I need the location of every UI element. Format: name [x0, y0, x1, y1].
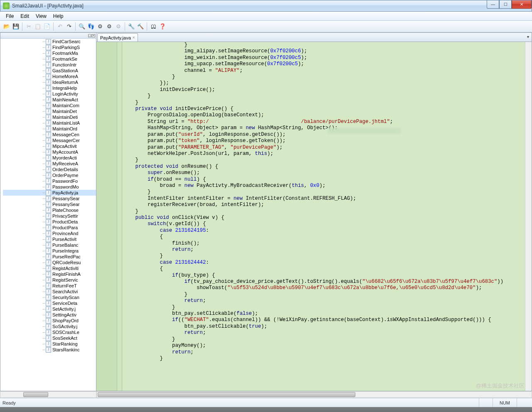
toolbar-btn-19[interactable]: 🕮 [149, 22, 158, 31]
toolbar-btn-4[interactable]: 📋 [34, 22, 42, 31]
tree-item[interactable]: IntegralHelp [3, 85, 96, 91]
tree-item-label: PurseActivit [52, 236, 76, 242]
tree-item[interactable]: IdeaReturnA [3, 79, 96, 85]
toolbar-btn-0[interactable]: 📂 [2, 22, 11, 31]
tree-item[interactable]: PayActivty.ja [3, 190, 96, 196]
menu-file[interactable]: File [2, 13, 17, 19]
tree-item-label: ProvinceAnd [52, 231, 78, 236]
tree-item[interactable]: RegistServic [3, 277, 96, 283]
tab-payactivty[interactable]: PayActivty.java × [97, 33, 138, 42]
tree-item[interactable]: ProductDeta [3, 219, 96, 225]
java-file-icon [46, 202, 51, 207]
code-editor[interactable]: } img_alipay.setImageResource(0x7f0200c6… [96, 42, 532, 391]
tree-item[interactable]: StarRanking [3, 341, 96, 347]
tree-item[interactable]: MessagerCer [3, 137, 96, 143]
tree-item[interactable]: PasswordFo [3, 178, 96, 184]
tree-item[interactable]: MyorderActi [3, 155, 96, 161]
pane-dock-icon[interactable]: ▭ [88, 34, 91, 37]
tree-item[interactable]: LoginActivity [3, 91, 96, 97]
tree-item[interactable]: SetActivity.j [3, 306, 96, 312]
toolbar-btn-20[interactable]: ❓ [158, 22, 167, 31]
menu-edit[interactable]: Edit [17, 13, 32, 19]
tree-item[interactable]: MaintainListA [3, 120, 96, 126]
tree-item[interactable]: PurseActivit [3, 236, 96, 242]
tree-item[interactable]: MaintainOrd [3, 126, 96, 132]
tree-item[interactable]: PlateChoose [3, 207, 96, 213]
code-content[interactable]: } img_alipay.setImageResource(0x7f0200c6… [121, 42, 532, 391]
maximize-button[interactable]: ☐ [499, 0, 512, 9]
tree-item[interactable]: OrderDetails [3, 167, 96, 172]
tree-item[interactable]: RegistActiviti [3, 265, 96, 271]
file-tree[interactable]: FindCarSearcFindParkingSFootmarkMaFootma… [0, 39, 96, 391]
tree-item[interactable]: MyAccountA [3, 149, 96, 155]
toolbar-btn-12[interactable]: ⚙ [96, 22, 104, 31]
menu-view[interactable]: View [32, 13, 50, 19]
tree-item[interactable]: FootmarkSe [3, 56, 96, 62]
java-file-icon [46, 144, 51, 149]
tree-item[interactable]: OrderPayme [3, 172, 96, 178]
tree-item[interactable]: ProvinceAnd [3, 231, 96, 236]
tree-item[interactable]: PurseRedPac [3, 254, 96, 260]
tree-item[interactable]: PrivacySettir [3, 213, 96, 219]
tree-item[interactable]: MessageCen [3, 132, 96, 137]
tree-item[interactable]: FunctionIntr [3, 62, 96, 68]
tree-item[interactable]: PessanySear [3, 196, 96, 201]
toolbar-btn-11[interactable]: 👣 [87, 22, 95, 31]
tree-item[interactable]: ServiceDeta [3, 300, 96, 306]
tree-item-label: MainNewAct [52, 97, 78, 103]
tree-item[interactable]: SoSActivity.j [3, 324, 96, 329]
pane-close-icon[interactable]: ✕ [92, 34, 95, 37]
tree-item[interactable]: PessanySear [3, 201, 96, 207]
menu-help[interactable]: Help [50, 13, 67, 19]
tree-item[interactable]: MaintainDet [3, 108, 96, 114]
editor-hscroll[interactable] [96, 391, 532, 398]
tree-item[interactable]: MaintainDeti [3, 114, 96, 120]
toolbar-btn-16[interactable]: 🔧 [127, 22, 135, 31]
tree-item[interactable]: MainNewAct [3, 97, 96, 103]
tree-item-label: OrderDetails [52, 167, 78, 172]
tab-dropdown-icon[interactable]: ▾ [527, 34, 529, 39]
java-file-icon [46, 120, 51, 126]
tree-item[interactable]: ProductPara [3, 225, 96, 231]
toolbar-btn-14[interactable]: ⚙ [114, 22, 123, 31]
tree-item[interactable]: SOSCrashLe [3, 329, 96, 335]
tree-item[interactable]: MaintainCom [3, 103, 96, 108]
toolbar-btn-13[interactable]: ⚙ [105, 22, 113, 31]
tree-item-label: PurseRedPac [52, 254, 81, 260]
tree-item[interactable]: HomeMoreA [3, 74, 96, 79]
tree-item[interactable]: SecurityScan [3, 294, 96, 300]
tab-close-icon[interactable]: × [133, 35, 135, 40]
tree-item[interactable]: PurseBalanc [3, 242, 96, 248]
toolbar-btn-8[interactable]: ↷ [65, 22, 73, 31]
java-file-icon [46, 80, 51, 85]
tree-item[interactable]: PasswordMo [3, 184, 96, 190]
tree-item[interactable]: QRCodeResu [3, 260, 96, 265]
tree-item[interactable]: SearchActivi [3, 289, 96, 294]
tree-item[interactable]: GasStationA [3, 68, 96, 74]
tree-item[interactable]: FindParkingS [3, 44, 96, 50]
vertical-scrollbar[interactable] [525, 42, 532, 391]
tree-hscroll[interactable] [0, 391, 96, 398]
toolbar-btn-3[interactable]: ✂ [25, 22, 33, 31]
close-button[interactable]: ✕ [512, 0, 532, 9]
toolbar-btn-10[interactable]: 🔍 [78, 22, 86, 31]
tree-item[interactable]: MipcaActivit [3, 143, 96, 149]
tree-item[interactable]: RegistFinishA [3, 271, 96, 277]
tree-item[interactable]: StarsRankinc [3, 347, 96, 353]
tree-item[interactable]: FindCarSearc [3, 39, 96, 44]
toolbar-btn-17[interactable]: 🔨 [136, 22, 145, 31]
tree-item[interactable]: SosSeekAct [3, 335, 96, 341]
toolbar-btn-1[interactable]: 💾 [12, 22, 20, 31]
tree-item[interactable]: ReturnFeeT [3, 283, 96, 289]
java-file-icon [46, 225, 51, 231]
tree-item-label: FindParkingS [52, 44, 80, 50]
tree-item[interactable]: PurseIntegra [3, 248, 96, 254]
tree-item[interactable]: ShopPayOrd [3, 318, 96, 324]
minimize-button[interactable]: — [487, 0, 499, 9]
toolbar-btn-5[interactable]: 📄 [43, 22, 51, 31]
tree-item[interactable]: FootmarkMa [3, 50, 96, 56]
hscroll-row [0, 391, 532, 398]
toolbar-btn-7[interactable]: ↶ [56, 22, 64, 31]
tree-item[interactable]: MyReceiveA [3, 161, 96, 167]
tree-item[interactable]: SettingActiv [3, 312, 96, 318]
